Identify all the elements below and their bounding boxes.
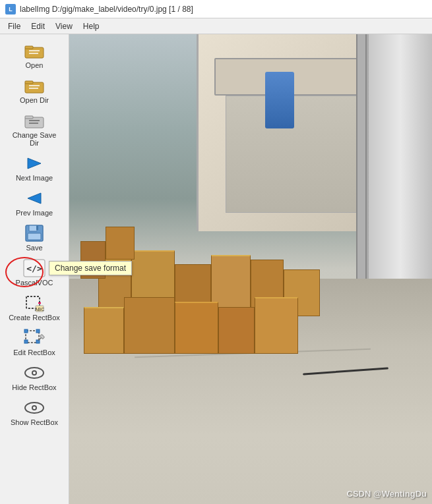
open-label: Open [26, 61, 44, 69]
prev-image-icon [22, 188, 46, 208]
app-icon: L [5, 4, 16, 14]
svg-rect-27 [36, 329, 40, 333]
watermark: CSDN @WentingDu [347, 489, 427, 499]
show-rect-box-icon [22, 398, 46, 418]
pascal-voc-tooltip: Change save format [49, 261, 132, 275]
svg-marker-13 [28, 193, 41, 204]
menu-bar: File Edit View Help [0, 18, 432, 34]
pascal-voc-button[interactable]: </> PascalVOC Change save format [4, 256, 65, 289]
svg-point-37 [33, 406, 36, 409]
create-rect-box-icon: ABC [22, 293, 46, 313]
prev-image-label: Prev Image [16, 209, 53, 217]
change-save-dir-icon [22, 111, 46, 130]
show-rect-box-button[interactable]: Show RectBox [4, 395, 65, 429]
menu-file[interactable]: File [3, 20, 26, 33]
create-rect-box-button[interactable]: ABC Create RectBox [4, 291, 65, 324]
svg-text:</>: </> [26, 264, 42, 273]
edit-rect-box-button[interactable]: Edit RectBox [4, 325, 65, 359]
show-rect-box-label: Show RectBox [11, 418, 58, 426]
save-label: Save [26, 244, 42, 252]
hide-rect-box-icon [22, 363, 46, 383]
save-button[interactable]: Save [4, 221, 65, 254]
next-image-label: Next Image [16, 174, 53, 182]
edit-rect-box-icon [22, 328, 46, 348]
pascal-voc-icon: </> [22, 258, 46, 278]
open-dir-button[interactable]: Open Dir [4, 73, 65, 107]
open-dir-label: Open Dir [20, 96, 49, 104]
svg-rect-26 [24, 329, 28, 333]
title-bar: L labelImg D:/gig/make_label/video/try/0… [0, 0, 432, 18]
change-save-dir-label: Change Save Dir [8, 131, 61, 147]
next-image-icon [22, 154, 46, 173]
svg-rect-1 [25, 46, 33, 49]
open-dir-icon [22, 76, 46, 96]
main-layout: Open Open Dir [0, 34, 432, 504]
next-image-button[interactable]: Next Image [4, 151, 65, 184]
svg-rect-28 [24, 340, 28, 343]
hide-rect-box-button[interactable]: Hide RectBox [4, 360, 65, 394]
menu-view[interactable]: View [50, 20, 78, 33]
pascal-voc-label: PascalVOC [16, 279, 53, 287]
prev-image-button[interactable]: Prev Image [4, 186, 65, 219]
svg-rect-9 [25, 116, 33, 119]
svg-point-34 [33, 372, 36, 374]
svg-text:ABC: ABC [35, 307, 44, 312]
sidebar: Open Open Dir [0, 34, 69, 504]
svg-marker-12 [28, 158, 41, 169]
svg-rect-17 [36, 226, 38, 230]
menu-edit[interactable]: Edit [26, 20, 50, 33]
edit-rect-box-label: Edit RectBox [13, 349, 55, 356]
save-icon [22, 223, 46, 243]
create-rect-box-label: Create RectBox [9, 314, 60, 322]
svg-rect-15 [29, 225, 37, 231]
svg-rect-16 [28, 233, 41, 240]
menu-help[interactable]: Help [78, 20, 105, 33]
open-button[interactable]: Open [4, 38, 65, 72]
open-icon [22, 41, 46, 61]
change-save-dir-button[interactable]: Change Save Dir [4, 108, 65, 150]
hide-rect-box-label: Hide RectBox [12, 383, 56, 391]
title-bar-text: labelImg D:/gig/make_label/video/try/0.j… [20, 5, 193, 14]
svg-rect-5 [25, 81, 33, 84]
